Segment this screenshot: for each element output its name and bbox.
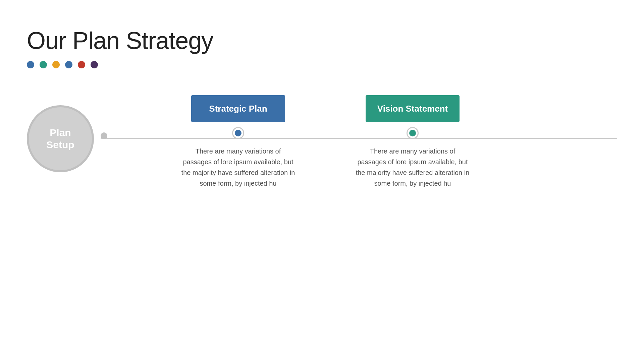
dot-2 — [40, 61, 47, 68]
timeline-section: Plan Setup Strategic Plan — [27, 95, 617, 202]
vision-statement-box: Vision Statement — [366, 95, 460, 122]
vision-description: There are many variations of passages of… — [356, 146, 470, 189]
dot-5 — [78, 61, 85, 68]
strategic-description: There are many variations of passages of… — [181, 146, 295, 189]
node-strategic: Strategic Plan There are many variations… — [181, 95, 295, 189]
timeline-start-dot — [101, 132, 107, 139]
strategic-dot-inner — [235, 130, 241, 136]
vision-dot-outer — [407, 127, 419, 139]
timeline-nodes: Strategic Plan There are many variations… — [101, 95, 617, 202]
dot-1 — [27, 61, 34, 68]
color-dots-row — [27, 61, 617, 68]
strategic-plan-label: Strategic Plan — [209, 104, 267, 114]
strategic-plan-box: Strategic Plan — [191, 95, 285, 122]
strategic-dot-outer — [232, 127, 244, 139]
dot-4 — [65, 61, 72, 68]
page-title: Our Plan Strategy — [27, 27, 617, 54]
plan-setup-label: Plan Setup — [46, 127, 74, 151]
node-vision: Vision Statement There are many variatio… — [356, 95, 470, 189]
page: Our Plan Strategy Plan Setup — [0, 0, 644, 362]
vision-dot-inner — [409, 130, 416, 136]
timeline-track: Strategic Plan There are many variations… — [101, 95, 617, 202]
dot-6 — [91, 61, 98, 68]
vision-statement-label: Vision Statement — [377, 104, 448, 114]
plan-setup-circle: Plan Setup — [27, 105, 94, 172]
dot-3 — [52, 61, 60, 68]
